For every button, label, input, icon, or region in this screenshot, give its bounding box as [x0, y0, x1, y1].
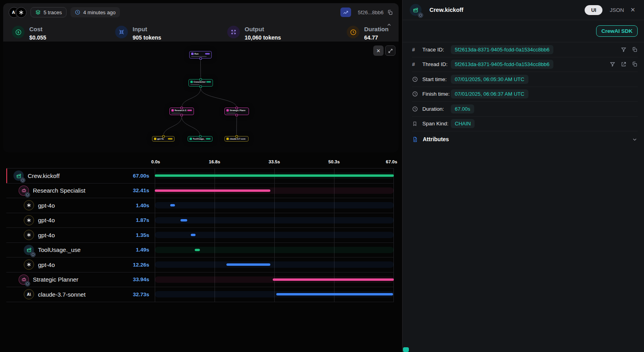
- span-row-gpt-4o-3[interactable]: gpt-4o 1.35s: [6, 228, 394, 243]
- node-badge: [168, 138, 173, 140]
- chat-widget[interactable]: [403, 347, 409, 352]
- model-icon: [154, 138, 156, 140]
- span-bar[interactable]: [191, 234, 196, 236]
- clock-icon: [412, 76, 419, 82]
- output-label: Output: [245, 26, 281, 32]
- openai-logo-icon: [16, 7, 27, 18]
- span-bar-lane: [155, 273, 394, 287]
- tool-icon: [190, 138, 192, 140]
- chevron-down-icon[interactable]: [632, 136, 638, 142]
- tool-icon: [24, 245, 34, 255]
- span-table: Crew.kickoff 67.00s Research Specialist …: [6, 168, 394, 302]
- span-bar[interactable]: [273, 278, 394, 281]
- time-ago-badge: 4 minutes ago: [70, 7, 120, 17]
- span-bar[interactable]: [155, 189, 270, 192]
- span-row-gpt-4o-2[interactable]: gpt-4o 1.87s: [6, 213, 394, 228]
- svg-text:$: $: [17, 30, 19, 34]
- output-value: 10,060 tokens: [245, 34, 281, 41]
- copy-icon[interactable]: [632, 47, 638, 53]
- provider-avatars: A\: [9, 7, 27, 18]
- field-trace-id: # Trace ID: 5f2613da-8371-9405-fcdd-0a15…: [412, 42, 638, 57]
- cost-value: $0.055: [29, 34, 46, 41]
- span-kind-value: CHAIN: [451, 119, 475, 128]
- span-row-gpt-4o-1[interactable]: gpt-4o 1.40s: [6, 198, 394, 213]
- tab-json[interactable]: JSON: [610, 7, 624, 13]
- crew-icon: [13, 170, 24, 181]
- input-value: 905 tokens: [133, 34, 161, 41]
- span-row-gpt-4o-4[interactable]: gpt-4o 12.26s: [6, 257, 394, 273]
- span-bar[interactable]: [155, 174, 394, 177]
- span-row-claude-sonnet[interactable]: A\ claude-3.7-sonnet 32.73s: [6, 287, 394, 302]
- cost-label: Cost: [29, 26, 46, 32]
- span-row-toolusage[interactable]: ToolUsage._use 1.49s: [6, 243, 394, 258]
- span-bar-lane: [155, 287, 394, 302]
- agent-icon: [171, 109, 174, 112]
- crew-icon: [190, 81, 193, 83]
- span-bar-lane: [155, 168, 394, 183]
- thread-id-value: 5f2613da-8371-9405-fcdd-0a1534cc8bb6: [451, 60, 553, 69]
- collapse-metrics-button[interactable]: [384, 21, 394, 28]
- span-detail-panel: Crew.kickoff UI JSON ✕ CrewAI SDK # Trac…: [402, 0, 644, 352]
- clock-icon: [412, 91, 419, 97]
- span-bar-lane: [155, 243, 394, 257]
- graph-node-research-specialist[interactable]: Research Speciali...: [169, 108, 194, 115]
- span-bar[interactable]: [180, 219, 187, 221]
- graph-close-button[interactable]: ✕: [373, 45, 384, 56]
- start-time-value: 07/01/2025, 06:05:30 AM UTC: [451, 75, 528, 84]
- copy-trace-id-button[interactable]: [387, 9, 393, 15]
- filter-icon[interactable]: [610, 61, 616, 67]
- metric-input: Input 905 tokens: [115, 26, 161, 41]
- field-duration: Duration: 67.00s: [412, 102, 638, 117]
- openai-icon: [24, 259, 34, 270]
- tab-ui[interactable]: UI: [585, 5, 602, 15]
- input-label: Input: [133, 26, 161, 32]
- panel-header: Crew.kickoff UI JSON ✕: [403, 0, 644, 20]
- span-bar[interactable]: [170, 204, 175, 206]
- graph-node-crew-kickoff[interactable]: Crew.kickoff: [188, 79, 213, 87]
- node-badge: [206, 138, 211, 140]
- file-chart-icon: [412, 136, 419, 142]
- axis-tick: 67.0s: [386, 159, 397, 164]
- metric-cost: $ Cost $0.055: [12, 26, 46, 41]
- clock-icon: [75, 9, 80, 15]
- time-axis: 0.0s 16.8s 33.5s 50.3s 67.0s: [155, 158, 394, 168]
- clock-icon: [412, 106, 419, 112]
- span-bar[interactable]: [195, 249, 200, 251]
- node-badge: [205, 53, 210, 55]
- graph-node-strategic-planner[interactable]: Strategic Planner: [224, 108, 249, 115]
- chevron-up-icon: [386, 22, 392, 28]
- panel-close-button[interactable]: ✕: [630, 6, 635, 13]
- axis-tick: 16.8s: [209, 159, 220, 164]
- graph-node-toolusage[interactable]: ToolUsage._use: [188, 136, 213, 142]
- span-bar[interactable]: [276, 293, 393, 295]
- compress-arrows-icon: [115, 26, 128, 38]
- axis-tick: 33.5s: [269, 159, 280, 164]
- field-finish-time: Finish time: 07/01/2025, 06:06:37 AM UTC: [412, 87, 638, 102]
- axis-tick: 0.0s: [151, 159, 160, 164]
- node-subtitle: [171, 113, 180, 114]
- graph-node-gpt-4o[interactable]: gpt-4o: [152, 136, 175, 142]
- run-icon: [191, 53, 194, 55]
- filter-icon[interactable]: [621, 47, 627, 53]
- traces-count-badge[interactable]: 5 traces: [30, 7, 66, 17]
- attributes-section[interactable]: Attributes: [412, 131, 638, 147]
- clock-icon: [347, 26, 359, 38]
- span-row-strategic-planner[interactable]: Strategic Planner 33.94s: [6, 273, 394, 288]
- span-bar[interactable]: [226, 263, 270, 266]
- graph-expand-button[interactable]: [385, 45, 395, 56]
- graph-node-run[interactable]: Run: [189, 51, 212, 59]
- copy-icon[interactable]: [632, 61, 638, 67]
- trace-short-id: 5f26...8bb6: [358, 9, 384, 15]
- external-link-icon[interactable]: [621, 61, 627, 67]
- node-badge: [206, 81, 211, 83]
- trace-metrics-button[interactable]: [340, 8, 351, 17]
- metric-output: Output 10,060 tokens: [227, 26, 281, 41]
- span-row-research-specialist[interactable]: Research Specialist 32.41s: [6, 184, 394, 199]
- panel-title: Crew.kickoff: [429, 7, 464, 13]
- span-row-crew-kickoff[interactable]: Crew.kickoff 67.00s: [6, 168, 394, 184]
- graph-node-claude-sonnet[interactable]: claude-3.7-sonnet: [224, 136, 249, 142]
- agent-icon: [19, 185, 29, 196]
- bookmark-icon: [412, 121, 419, 127]
- agentops-subbadge-icon: [418, 13, 423, 18]
- expand-diagonal-icon: [388, 48, 393, 53]
